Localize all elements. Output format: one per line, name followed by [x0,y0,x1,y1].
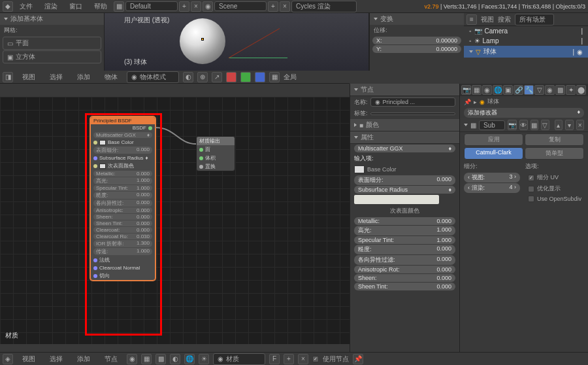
mat-add-icon[interactable]: + [284,354,294,364]
shader-type-icon[interactable]: ◉ [127,354,137,364]
add-plane[interactable]: ▭平面 [3,37,101,50]
material-slot[interactable]: ◉材质 [213,353,265,365]
tab-physics-icon[interactable]: ⬤ [576,85,586,95]
opensubdiv-checkbox[interactable] [528,196,534,202]
mod-close-icon[interactable]: × [576,120,585,130]
ne-select[interactable]: 选择 [44,353,68,365]
socket-icon[interactable] [93,141,97,145]
orientation[interactable]: 全局 [284,73,297,82]
ne-view[interactable]: 视图 [17,353,41,365]
tab-layers-icon[interactable]: ▦ [472,85,482,95]
node-name-field[interactable]: ◉Principled ... [370,97,455,107]
node-principled-bsdf[interactable]: Principled BSDF BSDF Multiscatter GGX♦ B… [90,116,155,281]
menu-help[interactable]: 帮助 [89,1,112,12]
modifier-header[interactable]: ▦ Sub 📷 👁 ▦ ▽ ▴ ▾ × [460,118,588,132]
tree-lamp[interactable]: ◦☀Lamp| [464,36,588,46]
loc-x-field[interactable]: X:0.00000 [372,37,461,44]
add-layout-icon[interactable]: + [179,1,189,12]
mod-cage-icon[interactable]: ▽ [541,120,549,130]
world-mat-icon[interactable]: 🌐 [184,354,195,364]
view-subdiv-field[interactable]: ‹ 视图:3 › [464,173,520,182]
distribution-field[interactable]: Multiscatter GGX♦ [93,132,152,138]
tex-type-icon[interactable]: ▩ [155,354,166,364]
outliner-filter[interactable]: 所有场景 [515,14,554,26]
tree-sphere[interactable]: ▽球体|◉ [464,46,588,58]
del-layout-icon[interactable]: × [191,1,201,12]
layout-icon[interactable]: ▦ [114,1,124,12]
tab-render-icon[interactable]: 📷 [461,85,471,95]
tab-texture-icon[interactable]: ▩ [555,85,565,95]
obj-mat-icon[interactable]: ◐ [170,354,180,364]
attr-section-header[interactable]: 属性 [350,131,459,144]
p-anisorot[interactable]: Anisotropic Rot:0.000 [354,266,455,273]
subdiv-field[interactable]: 表面细分:0.000 [354,175,455,185]
mod-display-icon[interactable]: 👁 [519,120,528,130]
copy-button[interactable]: 复制 [525,133,584,146]
add-cube[interactable]: ▣立方体 [3,50,101,63]
clearcoat-field[interactable]: Clearcoat:0.000 [93,227,152,233]
scene-dropdown[interactable]: Scene [214,1,267,11]
catmull-button[interactable]: Catmull-Clark [464,147,523,160]
render-subdiv-field[interactable]: ‹ 渲染:4 › [464,183,520,193]
add-primitive-header[interactable]: 添加基本体 [0,13,104,25]
mode-dropdown[interactable]: ◉物体模式 [127,71,179,83]
mod-edit-icon[interactable]: ▦ [531,120,539,130]
v3d-object[interactable]: 物体 [99,71,123,83]
simple-button[interactable]: 简单型 [525,147,584,160]
socket-icon[interactable] [93,156,97,160]
v3d-add[interactable]: 添加 [72,71,95,83]
socket-icon[interactable] [93,164,97,168]
del-scene-icon[interactable]: × [280,1,290,12]
p-sheen[interactable]: Sheen:0.000 [354,274,455,282]
layout-dropdown[interactable]: Default [125,1,178,11]
editor-3d-icon[interactable]: ◨ [3,72,13,82]
sheen-field[interactable]: Sheen:0.000 [93,214,152,220]
subsurface-field[interactable]: 表面细分:0.000 [93,147,152,154]
editor-type-icon[interactable]: ≡ [466,14,477,25]
tree-camera[interactable]: ◦📷Camera| [464,26,588,36]
sphere-object[interactable] [180,18,225,64]
outliner-search[interactable]: 搜索 [498,15,511,24]
use-nodes-checkbox[interactable]: ✓ [312,356,319,362]
viewport-3d[interactable]: 用户视图 (透视) (3) 球体 [105,13,369,71]
sheentint-field[interactable]: Sheen Tint:0.000 [93,220,152,226]
node-section-header[interactable]: 节点 [350,84,459,96]
axis-x-btn[interactable] [226,72,237,82]
v3d-view[interactable]: 视图 [17,71,41,83]
mat-del-icon[interactable]: × [298,354,308,364]
color-swatch[interactable] [99,140,106,145]
p-sheentint[interactable]: Sheen Tint:0.000 [354,283,455,290]
node-material-output[interactable]: 材质输出 面 体积 置换 [196,136,235,171]
menu-render[interactable]: 渲染 [39,1,63,12]
ne-node[interactable]: 节点 [99,353,123,365]
subsurf-radius-field[interactable]: Subsurface Radius♦ [354,186,455,194]
tab-scene-icon[interactable]: ◉ [482,85,492,95]
tab-object-icon[interactable]: ▣ [503,85,513,95]
socket-icon[interactable] [199,165,203,169]
tab-data-icon[interactable]: ▽ [534,85,544,95]
anisorot-field[interactable]: Anisotropic:0.000 [93,207,152,213]
tab-particles-icon[interactable]: ✦ [566,85,576,95]
menu-file[interactable]: 文件 [14,1,38,12]
p-specular[interactable]: 高光:1.000 [354,226,455,235]
node-editor[interactable]: Principled BSDF BSDF Multiscatter GGX♦ B… [0,97,350,344]
transmission-field[interactable]: 传递:1.000 [93,248,152,255]
socket-icon[interactable] [93,274,97,278]
axis-y-btn[interactable] [240,72,251,82]
socket-icon[interactable] [93,266,97,270]
ne-add[interactable]: 添加 [72,353,95,365]
clearcoatr-field[interactable]: Clearcoat Ro:0.030 [93,234,152,239]
subdiv-uv-checkbox[interactable]: ✓ [528,175,534,181]
socket-icon[interactable] [199,156,203,160]
layer-icon[interactable]: ▦ [269,72,280,82]
color-swatch[interactable] [99,164,106,169]
menu-window[interactable]: 窗口 [64,1,88,12]
aniso-field[interactable]: 各向异性过:0.000 [93,200,152,207]
ior-field[interactable]: IOR 折射率:1.300 [93,240,152,247]
spectint-field[interactable]: Specular Tint:1.000 [93,185,152,191]
p-spectint[interactable]: Specular Tint:1.000 [354,236,455,244]
metallic-field[interactable]: Metallic:0.000 [93,171,152,177]
p-metallic[interactable]: Metallic:0.000 [354,217,455,225]
roughness-field[interactable]: 糙度:0.000 [93,192,152,199]
comp-type-icon[interactable]: ▦ [141,354,152,364]
